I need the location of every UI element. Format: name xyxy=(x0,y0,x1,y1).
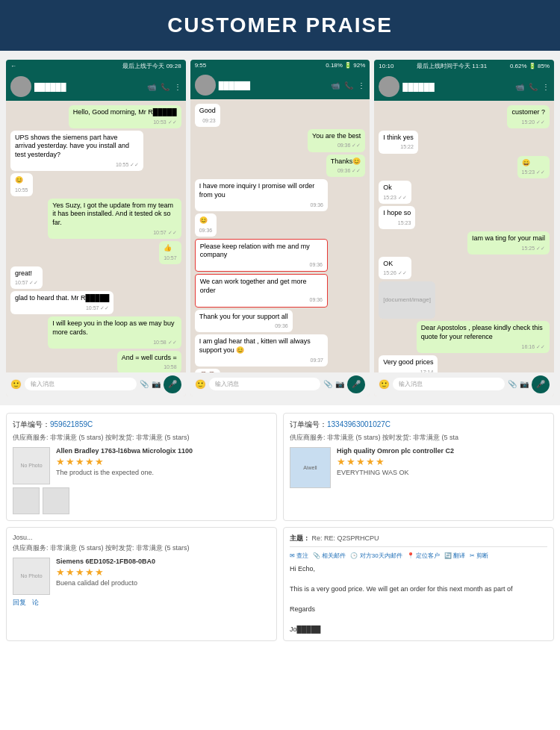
chat3-phone-icon[interactable]: 📞 xyxy=(529,83,538,91)
chat2-more-icon[interactable]: ⋮ xyxy=(358,81,365,90)
chat3-info: ██████ xyxy=(402,83,512,91)
chat2-name: ██████ xyxy=(219,81,329,90)
chat2-msg-7: We can work together and get more order … xyxy=(195,274,328,307)
chat3-attach-icon[interactable]: 📎 xyxy=(508,380,517,388)
review1-product-row: No Photo Allen Bradley 1763-l16bwa Micro… xyxy=(13,447,270,484)
chat1-msg-4: Yes Suzy, I got the update from my team … xyxy=(48,199,181,239)
chat2-icons[interactable]: 📹 📞 ⋮ xyxy=(331,81,365,90)
chat1-info: ██████ xyxy=(34,83,144,91)
chat1-msg-3: 😊 10:55 xyxy=(10,173,33,196)
chat3-more-icon[interactable]: ⋮ xyxy=(542,83,550,91)
review-card-3: Josu... 供应商服务: 非常满意 (5 stars) 按时发货: 非常满意… xyxy=(6,527,277,642)
chat2-msg-6: Please keep relation with me and my comp… xyxy=(195,239,328,272)
chat1-camera-icon[interactable]: 📷 xyxy=(152,380,161,388)
chat3-mic-button[interactable]: 🎤 xyxy=(532,375,550,393)
chat1-icons[interactable]: 📹 📞 ⋮ xyxy=(147,83,181,91)
review1-product-img: No Photo xyxy=(13,447,50,484)
whatsapp-section: ← 最后上线于今天 09:28 ██████ 📹 📞 ⋮ Hello, Good… xyxy=(0,51,560,405)
chat1-video-icon[interactable]: 📹 xyxy=(147,83,156,91)
email-body: Hi Echo, This is a very good price. We w… xyxy=(290,564,547,635)
chat2-msg-5: 😊 09:36 xyxy=(195,213,217,237)
chat3-msg-9: Dear Apostolos , please kindly check thi… xyxy=(417,321,550,352)
email-tool-3[interactable]: 🕒 对方30天内邮件 xyxy=(350,552,402,560)
review3-meta: 供应商服务: 非常满意 (5 stars) 按时发货: 非常满意 (5 star… xyxy=(13,543,270,553)
chat2-input[interactable]: 输入消息 xyxy=(209,378,321,390)
review1-product-info: Allen Bradley 1763-l16bwa Micrologix 110… xyxy=(56,447,270,484)
chat2-camera-icon[interactable]: 📷 xyxy=(335,380,344,388)
chat3-camera-icon[interactable]: 📷 xyxy=(520,380,529,388)
email-tool-1[interactable]: ✉ 查注 xyxy=(290,552,308,560)
chat3-status-bar: 10:10 最后上线时间于今天 11:31 0.62% 🔋 85% xyxy=(374,60,554,72)
chat-box-1: ← 最后上线于今天 09:28 ██████ 📹 📞 ⋮ Hello, Good… xyxy=(6,60,186,396)
chat2-mic-button[interactable]: 🎤 xyxy=(347,375,365,393)
review1-stars: ★★★★★ xyxy=(56,456,270,467)
chat1-msg-6: great! 10:57 ✓✓ xyxy=(10,266,43,290)
email-tool-6[interactable]: ✂ 剪断 xyxy=(470,552,488,560)
review3-user: Josu... xyxy=(13,534,270,541)
review2-comment: EVERYTHING WAS OK xyxy=(337,469,547,476)
chat2-emoji-icon[interactable]: 🙂 xyxy=(195,379,206,390)
chat3-header: ██████ 📹 📞 ⋮ xyxy=(374,72,554,101)
chat2-msg-9: I am glad hear that , kitten will always… xyxy=(195,334,328,366)
review2-order-num: 订单编号：13343963001027C xyxy=(290,419,547,430)
review1-product-name: Allen Bradley 1763-l16bwa Micrologix 110… xyxy=(56,447,270,455)
chat1-input[interactable]: 输入消息 xyxy=(25,378,137,390)
chat1-more-icon[interactable]: ⋮ xyxy=(174,83,181,91)
chat2-info: ██████ xyxy=(219,81,329,90)
chat2-msg-4: I have more inquiry I promise will order… xyxy=(195,179,328,210)
review3-product-name: Siemens 6ED1052-1FB08-0BA0 xyxy=(56,558,270,565)
chat3-video-icon[interactable]: 📹 xyxy=(515,83,524,91)
chat2-messages: Good 09:23 You are the best 09:36 ✓✓ Tha… xyxy=(190,99,370,396)
email-tool-2[interactable]: 📎 相关邮件 xyxy=(313,552,346,560)
review1-comment: The product is the expected one. xyxy=(56,469,270,476)
page-title: CUSTOMER PRAISE xyxy=(0,13,560,37)
chat3-icons[interactable]: 📹 📞 ⋮ xyxy=(515,83,550,91)
email-tool-5[interactable]: 🔄 翻译 xyxy=(444,552,465,560)
chat2-video-icon[interactable]: 📹 xyxy=(331,81,340,90)
chat1-attach-icon[interactable]: 📎 xyxy=(140,380,149,388)
chat3-emoji-icon[interactable]: 🙂 xyxy=(379,379,390,390)
chat1-status-bar: ← 最后上线于今天 09:28 xyxy=(6,60,186,72)
chat1-msg-2: UPS shows the siemens part have arrivad … xyxy=(10,131,143,171)
review3-discuss-link[interactable]: 论 xyxy=(32,598,39,608)
chat1-name: ██████ xyxy=(34,83,144,91)
chat3-msg-3: 😄 15:23 ✓✓ xyxy=(517,156,550,179)
chat3-msg-6: Iam wa ting for your mail 15:25 ✓✓ xyxy=(467,231,550,255)
chat3-input[interactable]: 输入消息 xyxy=(393,378,505,390)
chat3-name: ██████ xyxy=(402,83,512,91)
email-signature: Jo█████ xyxy=(290,625,547,635)
chat1-back[interactable]: ← xyxy=(10,63,16,69)
chat1-mic-button[interactable]: 🎤 xyxy=(164,375,181,393)
chat2-avatar xyxy=(195,75,216,96)
chat3-msg-5: I hope so 15:23 xyxy=(379,206,415,229)
email-greeting: Hi Echo, xyxy=(290,564,547,575)
email-tool-4[interactable]: 📍 定位客户 xyxy=(407,552,440,560)
chat1-msg-8: I will keep you in the loop as we may bu… xyxy=(48,316,181,348)
chat1-emoji-icon[interactable]: 🙂 xyxy=(10,379,22,390)
review3-product-row: No Photo Siemens 6ED1052-1FB08-0BA0 ★★★★… xyxy=(13,558,270,595)
email-subject-row: 主题： Re: RE: Q2SPRHCPU xyxy=(290,534,547,547)
email-toolbar[interactable]: ✉ 查注 📎 相关邮件 🕒 对方30天内邮件 📍 定位客户 🔄 翻译 ✂ 剪断 xyxy=(290,552,547,560)
review1-order-num: 订单编号：959621859C xyxy=(13,419,270,430)
chat3-msg-1: customer ? 15:20 ✓✓ xyxy=(507,105,550,128)
review3-comment: Buena calidad del producto xyxy=(56,579,270,587)
chat3-input-bar[interactable]: 🙂 输入消息 📎 📷 🎤 xyxy=(374,372,554,396)
review1-thumb-row xyxy=(13,487,270,514)
chat2-header: ██████ 📹 📞 ⋮ xyxy=(190,71,370,99)
review3-stars: ★★★★★ xyxy=(56,567,270,578)
chat1-header: ██████ 📹 📞 ⋮ xyxy=(6,72,186,101)
chat1-phone-icon[interactable]: 📞 xyxy=(161,83,169,91)
chat1-msg-1: Hello, Good morning, Mr R█████ 10:53 ✓✓ xyxy=(69,105,181,128)
review3-product-img: No Photo xyxy=(13,558,50,595)
chat1-input-bar[interactable]: 🙂 输入消息 📎 📷 🎤 xyxy=(6,372,186,396)
review-card-1: 订单编号：959621859C 供应商服务: 非常满意 (5 stars) 按时… xyxy=(6,413,277,521)
chat2-attach-icon[interactable]: 📎 xyxy=(323,380,332,388)
chat1-messages: Hello, Good morning, Mr R█████ 10:53 ✓✓ … xyxy=(6,101,186,378)
review3-reply-link[interactable]: 回复 xyxy=(13,598,26,608)
chat2-msg-1: Good 09:23 xyxy=(195,104,220,127)
chat3-msg-4: Ok 15:23 ✓✓ xyxy=(379,181,411,204)
review2-product-info: High quality Omron plc controller C2 ★★★… xyxy=(337,447,547,488)
chat2-phone-icon[interactable]: 📞 xyxy=(344,81,353,90)
chat2-input-bar[interactable]: 🙂 输入消息 📎 📷 🎤 xyxy=(190,372,370,396)
chat1-msg-7: glad to heard that. Mr R█████ 10:57 ✓✓ xyxy=(10,291,113,314)
